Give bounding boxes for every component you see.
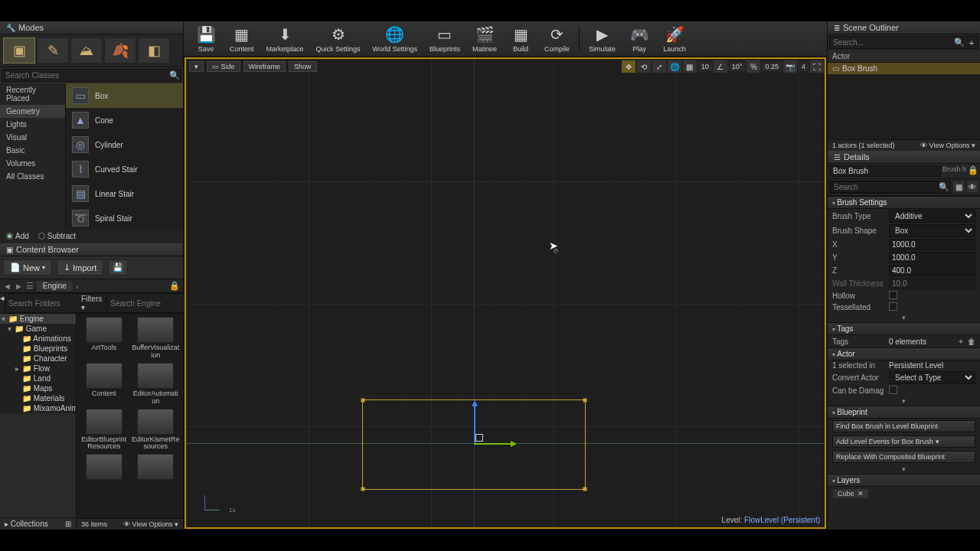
toolbar-marketplace[interactable]: ⬇Marketplace	[260, 23, 310, 54]
cat-volumes[interactable]: Volumes	[0, 157, 65, 170]
outliner-view-options[interactable]: 👁 View Options ▾	[920, 142, 975, 149]
angle-snap-icon[interactable]: ∠	[713, 60, 728, 73]
asset-item[interactable]: EditorAutomation	[132, 363, 181, 406]
tree-land[interactable]: 📁 Land	[0, 373, 76, 383]
gizmo-plane[interactable]	[475, 434, 483, 442]
add-collection-icon[interactable]: ⊞	[65, 520, 71, 528]
details-search-input[interactable]	[830, 181, 938, 193]
remove-layer-icon[interactable]: ✕	[858, 490, 864, 497]
eye-icon[interactable]: 👁	[966, 181, 978, 193]
coord-space-icon[interactable]: 🌐	[667, 60, 682, 73]
section-tags[interactable]: Tags	[828, 322, 980, 335]
mode-landscape[interactable]: ⛰	[70, 37, 103, 64]
viewport-menu[interactable]: ▾	[189, 61, 204, 72]
mode-foliage[interactable]: 🍂	[104, 37, 136, 64]
grid-snap-icon[interactable]: ▦	[682, 60, 697, 73]
cat-visual[interactable]: Visual	[0, 131, 65, 144]
asset-item[interactable]	[132, 454, 181, 480]
convert-actor-select[interactable]: Select a Type	[889, 371, 975, 384]
section-brush-settings[interactable]: Brush Settings	[828, 196, 980, 209]
brush-shape-select[interactable]: Box	[889, 224, 975, 237]
expand-icon[interactable]: ▾	[828, 313, 980, 322]
view-options-button[interactable]: 👁 View Options ▾	[123, 520, 178, 528]
tree-animations[interactable]: 📁 Animations	[0, 334, 76, 344]
modes-search-input[interactable]	[2, 70, 168, 81]
cat-recently-placed[interactable]: Recently Placed	[0, 83, 65, 105]
mode-paint[interactable]: ✎	[37, 37, 69, 64]
shape-cone[interactable]: ▲Cone	[66, 108, 183, 132]
collections-header[interactable]: ▸ Collections ⊞	[0, 517, 76, 530]
cat-basic[interactable]: Basic	[0, 144, 65, 157]
find-in-blueprint-button[interactable]: Find Box Brush in Level Blueprint	[832, 420, 975, 432]
shape-spiral-stair[interactable]: ➰Spiral Stair	[66, 206, 183, 229]
asset-item[interactable]: ArtTools	[80, 317, 129, 360]
camera-speed-icon[interactable]: 📷	[782, 60, 798, 73]
transform-scale-icon[interactable]: ⤢	[652, 60, 667, 73]
toolbar-world-settings[interactable]: 🌐World Settings	[367, 23, 423, 54]
tree-blueprints[interactable]: 📁 Blueprints	[0, 344, 76, 354]
scale-snap-value[interactable]: 0.25	[761, 61, 782, 72]
path-icon[interactable]: ☰	[26, 281, 34, 291]
toolbar-build[interactable]: ▦Build	[503, 23, 538, 54]
cat-all-classes[interactable]: All Classes	[0, 170, 65, 183]
tessellated-checkbox[interactable]	[889, 302, 897, 311]
outliner-tab[interactable]: ≣ Scene Outliner	[828, 21, 980, 34]
toolbar-blueprints[interactable]: ▭Blueprints	[423, 23, 466, 54]
clear-tags-icon[interactable]: 🗑	[968, 337, 975, 346]
brush-type-select[interactable]: Additive	[889, 210, 975, 223]
outliner-column[interactable]: Actor	[828, 51, 980, 63]
gizmo-x-axis[interactable]	[474, 443, 515, 445]
add-tag-icon[interactable]: ＋	[957, 336, 965, 347]
cb-save-button[interactable]: 💾	[108, 259, 128, 276]
shape-box[interactable]: ▭Box	[66, 83, 183, 108]
cat-geometry[interactable]: Geometry	[0, 105, 65, 118]
toolbar-matinee[interactable]: 🎬Matinee	[466, 23, 503, 54]
content-browser-tab[interactable]: ▣ Content Browser	[0, 243, 183, 256]
back-icon[interactable]: ◄	[3, 282, 11, 291]
details-tab[interactable]: ☰ Details	[828, 151, 980, 164]
brush-y-field[interactable]	[889, 252, 975, 263]
shape-cylinder[interactable]: ◎Cylinder	[66, 132, 183, 157]
add-level-events-button[interactable]: Add Level Events for Box Brush ▾	[832, 435, 975, 448]
forward-icon[interactable]: ►	[15, 282, 23, 291]
tree-maps[interactable]: 📁 Maps	[0, 383, 76, 393]
shape-linear-stair[interactable]: ▤Linear Stair	[66, 181, 183, 206]
toolbar-play[interactable]: 🎮Play	[622, 23, 657, 54]
expand-icon[interactable]: ▾	[828, 396, 980, 406]
filters-button[interactable]: Filters ▾	[77, 293, 106, 313]
modes-tab[interactable]: 🔧 Modes	[0, 21, 183, 34]
viewport-mode[interactable]: ▭ Side	[207, 61, 240, 72]
asset-item[interactable]: EditorBlueprintResources	[80, 409, 129, 452]
camera-speed-value[interactable]: 4	[798, 61, 809, 72]
section-actor[interactable]: Actor	[828, 347, 980, 360]
breadcrumb[interactable]: Engine	[37, 281, 73, 291]
grid-snap-value[interactable]: 10	[697, 61, 713, 72]
add-actor-icon[interactable]: +	[965, 38, 978, 47]
cat-lights[interactable]: Lights	[0, 118, 65, 131]
asset-item[interactable]: BufferVisualization	[132, 317, 181, 360]
toolbar-launch[interactable]: 🚀Launch	[657, 23, 692, 54]
can-be-damaged-checkbox[interactable]	[889, 386, 897, 394]
mode-place[interactable]: ▣	[3, 37, 35, 64]
modes-search[interactable]: 🔍	[2, 69, 181, 82]
replace-blueprint-button[interactable]: Replace With Composited Blueprint	[832, 451, 975, 463]
csg-subtract[interactable]: Subtract	[38, 232, 76, 240]
shape-curved-stair[interactable]: ⌇Curved Stair	[66, 157, 183, 181]
layer-chip-cube[interactable]: Cube ✕	[832, 488, 869, 499]
scale-snap-icon[interactable]: %	[746, 60, 761, 73]
viewport-show[interactable]: Show	[289, 61, 317, 72]
cb-new-button[interactable]: 📄New▾	[3, 259, 52, 276]
brush-x-field[interactable]	[889, 239, 975, 250]
expand-icon[interactable]: ▾	[828, 465, 980, 474]
asset-item[interactable]	[80, 454, 129, 480]
csg-add[interactable]: Add	[6, 232, 29, 240]
tree-mixamo[interactable]: 📁 MixamoAnimPac	[0, 403, 76, 413]
hollow-checkbox[interactable]	[889, 291, 897, 299]
section-blueprint[interactable]: Blueprint	[828, 406, 980, 419]
toolbar-quick-settings[interactable]: ⚙Quick Settings	[310, 23, 367, 54]
cb-import-button[interactable]: ⤓Import	[57, 259, 103, 276]
asset-item[interactable]: Content	[80, 363, 129, 406]
viewport[interactable]: ▾ ▭ Side Wireframe Show ✥ ⟲ ⤢ 🌐 ▦ 10 ∠ 1…	[185, 57, 826, 529]
transform-select-icon[interactable]: ✥	[621, 60, 636, 73]
tree-character[interactable]: 📁 Character	[0, 354, 76, 364]
